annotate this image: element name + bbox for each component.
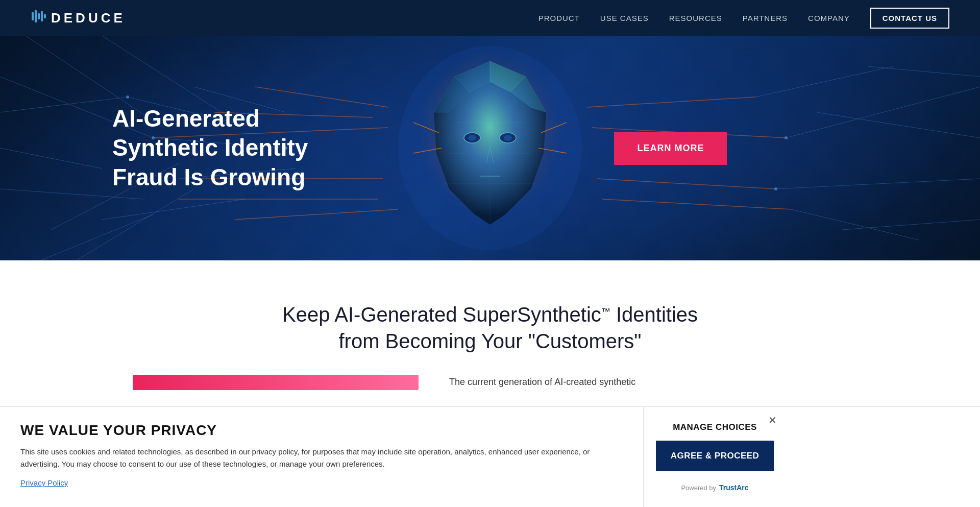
svg-line-28 bbox=[602, 199, 791, 209]
section-heading: Keep AI-Generated SuperSynthetic™ Identi… bbox=[260, 301, 720, 354]
privacy-main-content: WE VALUE YOUR PRIVACY This site uses coo… bbox=[0, 407, 643, 411]
svg-line-33 bbox=[868, 66, 980, 77]
nav-use-cases[interactable]: USE CASES bbox=[600, 14, 649, 22]
logo[interactable]: DEDUCE bbox=[31, 8, 126, 28]
content-row: The current generation of AI-created syn… bbox=[133, 375, 847, 390]
hero-section: AI-Generated Synthetic Identity Fraud Is… bbox=[0, 36, 980, 260]
logo-icon bbox=[31, 8, 47, 28]
privacy-banner: WE VALUE YOUR PRIVACY This site uses coo… bbox=[0, 406, 980, 411]
svg-rect-3 bbox=[41, 11, 43, 21]
nav-resources[interactable]: RESOURCES bbox=[669, 14, 722, 22]
nav-company[interactable]: COMPANY bbox=[808, 14, 850, 22]
hero-title: AI-Generated Synthetic Identity Fraud Is… bbox=[112, 104, 308, 192]
svg-line-24 bbox=[235, 209, 398, 220]
svg-rect-4 bbox=[44, 14, 46, 18]
logo-wordmark: DEDUCE bbox=[51, 10, 126, 26]
svg-rect-1 bbox=[35, 10, 37, 22]
svg-rect-0 bbox=[32, 12, 34, 20]
section-body-text: The current generation of AI-created syn… bbox=[449, 375, 635, 390]
main-nav: PRODUCT USE CASES RESOURCES PARTNERS COM… bbox=[538, 8, 949, 29]
svg-point-37 bbox=[126, 95, 129, 99]
nav-partners[interactable]: PARTNERS bbox=[743, 14, 788, 22]
svg-line-17 bbox=[102, 199, 245, 220]
svg-line-13 bbox=[41, 214, 153, 260]
pink-bar bbox=[133, 375, 419, 390]
svg-line-35 bbox=[791, 209, 919, 240]
svg-line-34 bbox=[755, 66, 893, 97]
main-content: Keep AI-Generated SuperSynthetic™ Identi… bbox=[0, 260, 980, 411]
site-header: DEDUCE PRODUCT USE CASES RESOURCES PARTN… bbox=[0, 0, 980, 36]
nav-product[interactable]: PRODUCT bbox=[538, 14, 580, 22]
svg-rect-2 bbox=[38, 13, 40, 19]
hero-content: AI-Generated Synthetic Identity Fraud Is… bbox=[0, 104, 980, 192]
privacy-actions: ✕ MANAGE CHOICES AGREE & PROCEED Powered… bbox=[643, 407, 786, 411]
svg-line-10 bbox=[77, 189, 194, 260]
contact-us-button[interactable]: CONTACT US bbox=[870, 8, 949, 29]
learn-more-button[interactable]: LEARN MORE bbox=[614, 132, 727, 165]
svg-line-32 bbox=[842, 220, 980, 230]
